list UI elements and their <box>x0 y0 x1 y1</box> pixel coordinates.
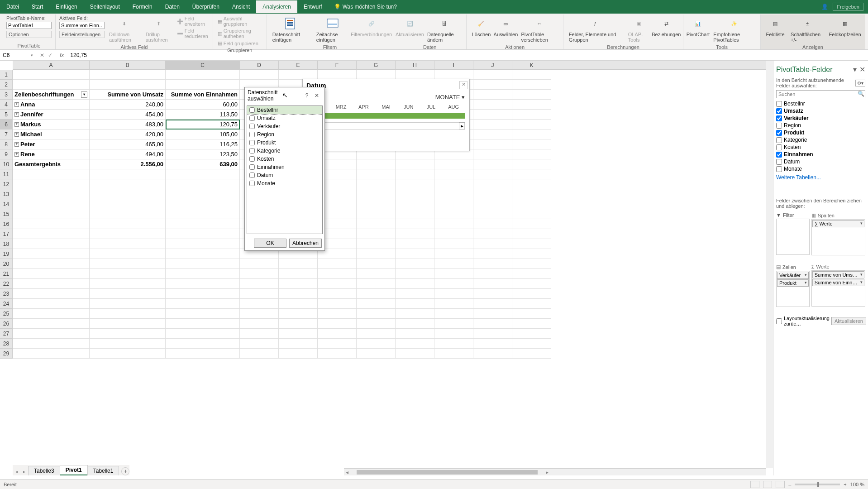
timeline-month[interactable]: JUL <box>420 104 443 110</box>
cell[interactable]: Summe von Einnahmen <box>166 90 240 100</box>
row-header[interactable]: 29 <box>0 349 12 359</box>
expand-icon[interactable]: + <box>14 122 19 127</box>
view-normal-button[interactable] <box>750 481 759 488</box>
dialog-checkbox[interactable] <box>249 107 255 113</box>
cell[interactable] <box>13 309 90 319</box>
panel-field-item[interactable]: Produkt <box>776 129 865 136</box>
panel-fields-list[interactable]: BestellnrUmsatzVerkäuferRegionProduktKat… <box>776 100 865 173</box>
cell[interactable] <box>473 149 512 159</box>
cell[interactable] <box>90 329 166 339</box>
cell[interactable] <box>318 279 357 289</box>
cell[interactable] <box>473 259 512 269</box>
cell[interactable] <box>90 349 166 359</box>
timeline-month[interactable]: JUN <box>397 104 420 110</box>
dialog-ok-button[interactable]: OK <box>254 239 286 248</box>
cell[interactable] <box>318 349 357 359</box>
cell[interactable] <box>318 309 357 319</box>
cell[interactable] <box>396 179 434 189</box>
cancel-formula-icon[interactable]: ✕ <box>40 52 44 58</box>
dialog-field-item[interactable]: Kosten <box>247 155 322 163</box>
expand-icon[interactable]: + <box>14 112 19 117</box>
filter-dropdown-icon[interactable]: ▾ <box>81 91 87 98</box>
cell[interactable] <box>396 309 434 319</box>
cell[interactable] <box>166 199 240 209</box>
cell[interactable]: 116,25 <box>166 139 240 149</box>
cell[interactable] <box>473 189 512 199</box>
menu-tab-ansicht[interactable]: Ansicht <box>226 0 256 13</box>
cell[interactable] <box>13 259 90 269</box>
cell[interactable]: 494,00 <box>90 149 166 159</box>
cell[interactable] <box>473 249 512 259</box>
cell[interactable] <box>357 329 396 339</box>
cell[interactable] <box>240 289 279 299</box>
dialog-checkbox[interactable] <box>249 164 255 170</box>
cell[interactable] <box>90 339 166 349</box>
cell[interactable] <box>279 319 318 329</box>
cell[interactable] <box>434 179 473 189</box>
cell[interactable] <box>512 309 551 319</box>
calc-fields-button[interactable]: ƒFelder, Elemente und Gruppen <box>567 15 624 43</box>
field-checkbox[interactable] <box>776 159 782 165</box>
cell[interactable] <box>90 319 166 329</box>
cell[interactable] <box>512 339 551 349</box>
timeline-period-button[interactable]: MONATE ▾ <box>435 94 465 101</box>
clear-button[interactable]: 🧹Löschen <box>470 15 492 38</box>
cell[interactable] <box>396 239 434 249</box>
dialog-checkbox[interactable] <box>249 124 255 129</box>
cell[interactable]: +Jennifer <box>13 110 90 120</box>
cell[interactable] <box>13 169 90 179</box>
area-pill[interactable]: Summe von Einn… <box>812 279 864 286</box>
sheet-tab[interactable]: Tabelle1 <box>87 466 119 475</box>
cell[interactable] <box>434 70 473 80</box>
cell[interactable] <box>357 259 396 269</box>
expand-icon[interactable]: + <box>14 152 19 157</box>
fieldlist-toggle-button[interactable]: ▤Feldliste <box>764 15 786 38</box>
cell[interactable]: +Rene <box>13 149 90 159</box>
row-header[interactable]: 12 <box>0 179 12 189</box>
timeline-month[interactable]: MAI <box>375 104 397 110</box>
cell[interactable] <box>90 169 166 179</box>
cell[interactable] <box>90 309 166 319</box>
cell[interactable] <box>396 319 434 329</box>
defer-layout-checkbox[interactable] <box>776 318 782 324</box>
area-pill[interactable]: Summe von Ums… <box>812 271 864 278</box>
timeline-slicer[interactable]: ✕ Datum räume MONATE ▾ FEBMRZAPRMAIJUNJU… <box>302 79 470 151</box>
column-header[interactable]: D <box>240 61 279 69</box>
cell[interactable] <box>473 179 512 189</box>
cell[interactable] <box>357 239 396 249</box>
cell[interactable] <box>396 70 434 80</box>
cell[interactable] <box>396 289 434 299</box>
row-header[interactable]: 4 <box>0 100 12 110</box>
expand-icon[interactable]: + <box>14 102 19 107</box>
scroll-right-icon[interactable]: ▸ <box>544 469 550 475</box>
row-header[interactable]: 24 <box>0 299 12 309</box>
row-header[interactable]: 5 <box>0 110 12 120</box>
cell[interactable]: 240,00 <box>90 100 166 110</box>
row-header[interactable]: 13 <box>0 189 12 199</box>
add-sheet-button[interactable]: + <box>121 467 129 475</box>
area-pill[interactable]: Verkäufer <box>777 272 809 279</box>
cell[interactable] <box>434 329 473 339</box>
panel-field-item[interactable]: Einnahmen <box>776 151 865 158</box>
cell[interactable] <box>166 229 240 239</box>
cell[interactable] <box>90 199 166 209</box>
cell[interactable]: Summe von Umsatz <box>90 90 166 100</box>
cell[interactable] <box>13 229 90 239</box>
cell[interactable] <box>357 319 396 329</box>
column-headers[interactable]: ABCDEFGHIJK <box>13 61 766 70</box>
cell[interactable] <box>166 349 240 359</box>
cell[interactable] <box>240 279 279 289</box>
cell[interactable] <box>512 110 551 120</box>
columns-area[interactable]: ▥Spalten ∑ Werte <box>811 211 865 261</box>
cell[interactable] <box>166 299 240 309</box>
cell[interactable] <box>434 349 473 359</box>
row-header[interactable]: 11 <box>0 169 12 179</box>
cell[interactable]: 420,00 <box>90 129 166 139</box>
cell[interactable] <box>434 289 473 299</box>
cell[interactable] <box>240 299 279 309</box>
row-header[interactable]: 14 <box>0 199 12 209</box>
cell[interactable] <box>166 80 240 90</box>
cell[interactable] <box>396 159 434 169</box>
cell[interactable] <box>279 279 318 289</box>
row-header[interactable]: 21 <box>0 269 12 279</box>
